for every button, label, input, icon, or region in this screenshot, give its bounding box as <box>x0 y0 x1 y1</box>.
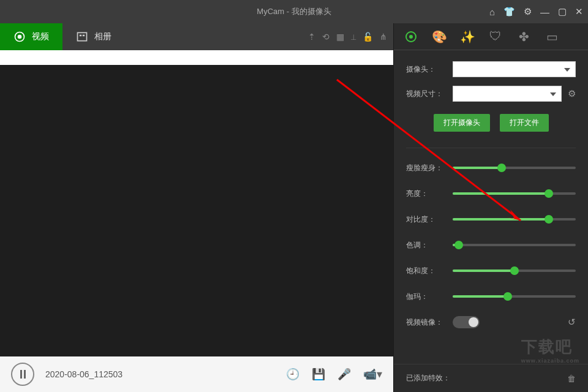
record-icon[interactable]: 📹▾ <box>363 368 382 381</box>
pause-button[interactable] <box>11 363 34 386</box>
tab-album-label: 相册 <box>94 31 111 42</box>
save-icon[interactable]: 💾 <box>312 368 325 381</box>
svg-point-6 <box>409 35 413 39</box>
minimize-icon[interactable]: — <box>540 7 549 17</box>
rtab-palette-icon[interactable]: 🎨 <box>431 28 448 45</box>
slim-slider[interactable] <box>453 167 576 169</box>
size-label: 视频尺寸： <box>406 89 447 99</box>
settings-icon[interactable]: ⚙ <box>524 6 532 17</box>
svg-point-1 <box>18 35 22 39</box>
toolbar: ⇡ ⟲ ▦ ⟂ 🔓 ⋔ <box>308 32 387 42</box>
svg-rect-4 <box>83 35 85 37</box>
window-controls: ⌂ 👕 ⚙ — ▢ ✕ <box>489 6 583 17</box>
rtab-clover-icon[interactable]: ✤ <box>515 28 532 45</box>
tab-album[interactable]: 相册 <box>62 23 125 50</box>
crop-icon[interactable]: ⟂ <box>351 32 356 42</box>
svg-rect-3 <box>80 35 81 37</box>
right-tabs: 🎨 ✨ 🛡 ✤ ▭ <box>394 23 588 50</box>
mirror-label: 视频镜像： <box>406 317 447 328</box>
rtab-magic-icon[interactable]: ✨ <box>459 28 476 45</box>
gamma-slider[interactable] <box>453 295 576 298</box>
size-settings-icon[interactable]: ⚙ <box>568 88 576 99</box>
gamma-label: 伽玛： <box>406 292 447 302</box>
camera-select[interactable] <box>453 61 576 77</box>
mic-icon[interactable]: 🎤 <box>337 368 351 381</box>
trash-icon[interactable]: 🗑 <box>567 374 576 383</box>
share-icon[interactable]: ⋔ <box>380 32 387 42</box>
effects-label: 已添加特效： <box>406 373 450 383</box>
brightness-label: 亮度： <box>406 189 447 199</box>
rtab-mask-icon[interactable]: 🛡 <box>487 28 504 45</box>
shirt-icon[interactable]: 👕 <box>503 6 515 17</box>
clock-icon[interactable]: 🕘 <box>286 368 300 381</box>
camera-icon <box>13 31 26 43</box>
refresh-icon[interactable]: ⟲ <box>322 32 330 42</box>
rtab-camera-icon[interactable] <box>402 28 420 45</box>
titlebar: MyCam - 我的摄像头 ⌂ 👕 ⚙ — ▢ ✕ <box>0 0 588 23</box>
album-icon <box>76 31 88 43</box>
size-select[interactable] <box>453 86 562 102</box>
maximize-icon[interactable]: ▢ <box>558 6 567 17</box>
open-file-button[interactable]: 打开文件 <box>500 114 549 132</box>
contrast-label: 对比度： <box>406 214 447 225</box>
filename-label: 2020-08-06_112503 <box>45 369 275 379</box>
home-icon[interactable]: ⌂ <box>489 7 495 17</box>
brightness-slider[interactable] <box>453 192 576 195</box>
rtab-frame-icon[interactable]: ▭ <box>543 28 560 45</box>
lock-icon[interactable]: 🔓 <box>363 32 373 42</box>
slim-label: 瘦脸瘦身： <box>406 163 447 173</box>
tab-video[interactable]: 视频 <box>0 23 62 50</box>
up-icon[interactable]: ⇡ <box>308 32 315 42</box>
svg-rect-2 <box>78 32 87 40</box>
camera-label: 摄像头： <box>406 64 447 75</box>
hue-label: 色调： <box>406 240 447 251</box>
reset-icon[interactable]: ↺ <box>568 317 576 328</box>
grid-icon[interactable]: ▦ <box>336 32 344 42</box>
window-title: MyCam - 我的摄像头 <box>257 6 331 17</box>
main-tabs: 视频 相册 ⇡ ⟲ ▦ ⟂ 🔓 ⋔ <box>0 23 393 50</box>
close-icon[interactable]: ✕ <box>575 6 583 17</box>
mirror-toggle[interactable] <box>453 316 480 328</box>
contrast-slider[interactable] <box>453 218 576 221</box>
tab-video-label: 视频 <box>32 31 49 42</box>
open-camera-button[interactable]: 打开摄像头 <box>434 114 490 132</box>
saturation-slider[interactable] <box>453 270 576 272</box>
saturation-label: 饱和度： <box>406 266 447 276</box>
bottom-bar: 2020-08-06_112503 🕘 💾 🎤 📹▾ <box>0 356 393 392</box>
left-pane: 视频 相册 ⇡ ⟲ ▦ ⟂ 🔓 ⋔ <box>0 23 393 392</box>
preview-grid <box>0 50 393 65</box>
hue-slider[interactable] <box>453 244 576 246</box>
right-panel: 🎨 ✨ 🛡 ✤ ▭ 摄像头： 视频尺寸： ⚙ 打开摄像头 打开文件 瘦脸瘦身： <box>393 23 588 392</box>
